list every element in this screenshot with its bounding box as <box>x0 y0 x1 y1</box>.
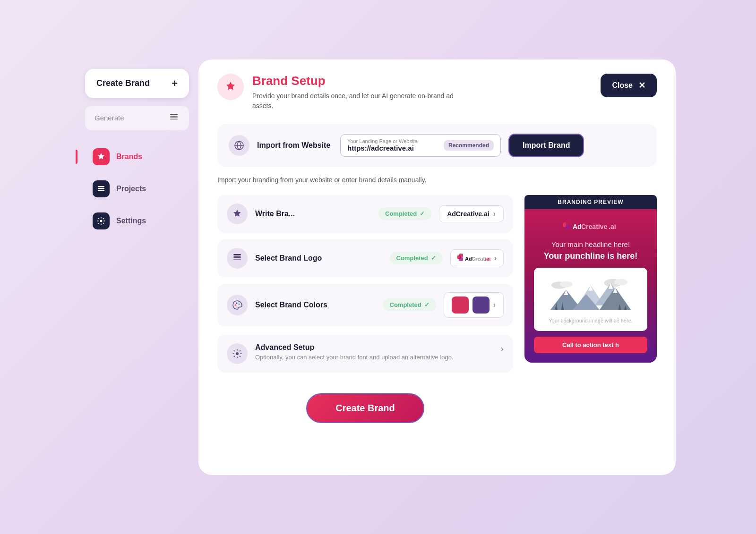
color-swatch-2 <box>472 297 490 314</box>
setup-text: Brand Setup Provide your brand details o… <box>252 74 460 111</box>
website-input[interactable] <box>347 144 439 152</box>
checkmark-icon: ✓ <box>420 210 425 217</box>
projects-nav-icon <box>93 180 110 197</box>
write-brand-step[interactable]: Write Bra... Completed ✓ AdCreative.ai › <box>217 195 513 233</box>
import-label: Import from Website <box>257 141 333 150</box>
svg-rect-2 <box>170 114 178 115</box>
projects-nav-label: Projects <box>116 185 146 193</box>
brands-nav-label: Brands <box>116 153 142 161</box>
advanced-setup-icon <box>227 343 248 364</box>
preview-column: BRANDING PREVIEW Ad Creative .ai <box>524 195 657 363</box>
select-logo-title: Select Brand Logo <box>255 254 382 263</box>
color-swatch-1 <box>452 297 469 314</box>
svg-point-27 <box>560 281 572 287</box>
sidebar: Create Brand + Generate Br <box>76 55 198 480</box>
settings-nav-icon <box>93 212 110 229</box>
sidebar-item-settings[interactable]: Settings <box>85 207 189 235</box>
main-content: Brand Setup Provide your brand details o… <box>198 59 676 475</box>
preview-logo: Ad Creative .ai <box>562 219 619 233</box>
select-colors-step[interactable]: Select Brand Colors Completed ✓ › <box>217 284 513 326</box>
advanced-title: Advanced Setup <box>255 343 493 352</box>
select-logo-step[interactable]: Select Brand Logo Completed ✓ Ad Creativ… <box>217 239 513 277</box>
write-brand-value[interactable]: AdCreative.ai › <box>439 205 504 222</box>
select-colors-title: Select Brand Colors <box>255 301 376 309</box>
close-button[interactable]: Close ✕ <box>601 74 657 97</box>
write-brand-status: Completed ✓ <box>378 207 431 220</box>
import-brand-button[interactable]: Import Brand <box>508 134 584 157</box>
svg-rect-12 <box>459 257 463 261</box>
import-icon-wrap <box>229 135 249 156</box>
svg-point-16 <box>235 304 236 305</box>
select-logo-status: Completed ✓ <box>390 252 443 264</box>
select-colors-value[interactable]: › <box>444 292 504 318</box>
mountain-illustration <box>541 275 640 313</box>
brands-nav-icon <box>93 148 110 165</box>
sidebar-item-brands[interactable]: Brands <box>85 143 189 171</box>
preview-inner: Ad Creative .ai Your main headline here!… <box>524 209 657 363</box>
chevron-right-icon-3: › <box>493 301 496 309</box>
svg-text:Ad: Ad <box>573 223 582 230</box>
import-input-container[interactable]: Your Landing Page or Website Recommended <box>340 134 501 157</box>
svg-text:.ai: .ai <box>485 256 490 262</box>
advanced-setup-card[interactable]: Advanced Setup Optionally, you can selec… <box>217 335 513 373</box>
setup-icon-wrap <box>217 74 244 100</box>
svg-text:.ai: .ai <box>609 223 616 230</box>
create-brand-label: Create Brand <box>96 78 150 88</box>
chevron-right-icon: › <box>493 210 496 218</box>
setup-header-left: Brand Setup Provide your brand details o… <box>217 74 460 111</box>
generate-button[interactable]: Generate <box>85 106 189 130</box>
svg-rect-7 <box>233 256 241 258</box>
sidebar-item-projects[interactable]: Projects <box>85 175 189 203</box>
select-colors-icon <box>227 295 248 315</box>
preview-image-placeholder: Your background image will be here. <box>534 268 647 331</box>
import-section: Import from Website Your Landing Page or… <box>217 124 657 167</box>
close-label: Close <box>612 81 633 90</box>
preview-bg-text: Your background image will be here. <box>541 318 640 323</box>
svg-point-18 <box>239 303 240 305</box>
plus-icon: + <box>172 77 178 90</box>
preview-card: Ad Creative .ai Your main headline here!… <box>524 209 657 363</box>
content-grid: Write Bra... Completed ✓ AdCreative.ai › <box>217 195 657 423</box>
create-brand-main-label: Create Brand <box>335 403 395 413</box>
import-brand-label: Import Brand <box>523 141 570 149</box>
create-brand-button[interactable]: Create Brand + <box>85 69 189 98</box>
select-logo-icon <box>227 248 248 269</box>
svg-point-6 <box>100 220 103 222</box>
setup-header: Brand Setup Provide your brand details o… <box>217 74 657 111</box>
input-field-label: Your Landing Page or Website <box>347 138 439 144</box>
select-colors-status: Completed ✓ <box>383 298 436 311</box>
preview-cta: Call to action text h <box>534 337 647 353</box>
close-icon: ✕ <box>638 80 645 91</box>
import-input-wrap: Your Landing Page or Website <box>347 138 439 153</box>
svg-text:Creative: Creative <box>581 223 607 230</box>
advanced-text: Advanced Setup Optionally, you can selec… <box>255 343 493 361</box>
recommended-badge: Recommended <box>444 140 494 151</box>
checkmark-icon-2: ✓ <box>431 254 436 262</box>
select-logo-value[interactable]: Ad Creative .ai › <box>450 249 504 267</box>
svg-rect-22 <box>566 225 570 229</box>
svg-rect-1 <box>170 119 178 120</box>
preview-label: BRANDING PREVIEW <box>524 195 657 209</box>
import-note: Import your branding from your website o… <box>217 176 657 184</box>
advanced-subtitle: Optionally, you can select your brand fo… <box>255 354 493 361</box>
layers-icon <box>168 112 180 124</box>
chevron-right-icon-2: › <box>494 254 497 263</box>
preview-headline: Your main headline here! <box>534 240 647 248</box>
svg-rect-11 <box>459 254 463 257</box>
create-brand-main-button[interactable]: Create Brand <box>306 393 424 423</box>
settings-nav-label: Settings <box>116 217 146 225</box>
generate-label: Generate <box>94 114 124 122</box>
navigation: Brands Projects <box>85 143 189 235</box>
adcreative-logo: Ad Creative .ai <box>457 253 490 264</box>
setup-subtitle: Provide your brand details once, and let… <box>252 91 460 111</box>
svg-point-29 <box>614 279 627 285</box>
create-brand-footer: Create Brand <box>217 393 513 423</box>
svg-rect-9 <box>233 254 241 255</box>
write-brand-title: Write Bra... <box>255 210 371 218</box>
steps-column: Write Bra... Completed ✓ AdCreative.ai › <box>217 195 513 423</box>
svg-point-19 <box>236 352 239 355</box>
svg-rect-8 <box>233 259 241 260</box>
svg-rect-0 <box>170 116 178 118</box>
setup-title: Brand Setup <box>252 74 460 88</box>
svg-point-17 <box>236 302 238 304</box>
